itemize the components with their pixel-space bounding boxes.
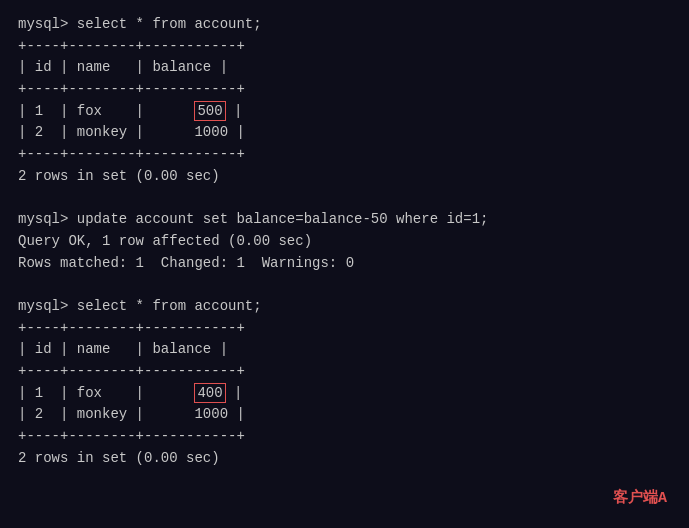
line-19: | 2 | monkey | 1000 |	[18, 404, 671, 426]
line-21: 2 rows in set (0.00 sec)	[18, 448, 671, 470]
value-400: 400	[194, 383, 225, 403]
value-500: 500	[194, 101, 225, 121]
line-5-highlight-500: | 1 | fox | 500 |	[18, 101, 671, 123]
terminal-window: mysql> select * from account; +----+----…	[0, 0, 689, 528]
line-15: +----+--------+-----------+	[18, 318, 671, 340]
line-8: 2 rows in set (0.00 sec)	[18, 166, 671, 188]
line-20: +----+--------+-----------+	[18, 426, 671, 448]
line-7: +----+--------+-----------+	[18, 144, 671, 166]
line-1: mysql> select * from account;	[18, 14, 671, 36]
line-3: | id | name | balance |	[18, 57, 671, 79]
line-2: +----+--------+-----------+	[18, 36, 671, 58]
client-label: 客户端A	[613, 487, 667, 510]
line-17: +----+--------+-----------+	[18, 361, 671, 383]
line-18-highlight-400: | 1 | fox | 400 |	[18, 383, 671, 405]
line-12: Rows matched: 1 Changed: 1 Warnings: 0	[18, 253, 671, 275]
line-11: Query OK, 1 row affected (0.00 sec)	[18, 231, 671, 253]
blank-1	[18, 188, 671, 210]
line-16: | id | name | balance |	[18, 339, 671, 361]
line-14: mysql> select * from account;	[18, 296, 671, 318]
line-6: | 2 | monkey | 1000 |	[18, 122, 671, 144]
blank-2	[18, 274, 671, 296]
line-4: +----+--------+-----------+	[18, 79, 671, 101]
line-10: mysql> update account set balance=balanc…	[18, 209, 671, 231]
